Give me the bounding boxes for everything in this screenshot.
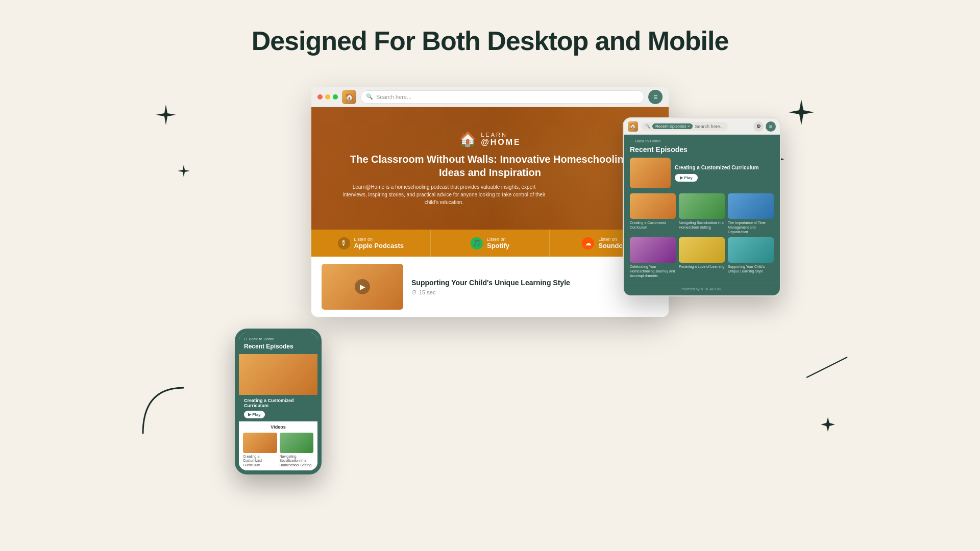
tablet-video-thumb-4 <box>679 237 725 263</box>
hero-logo-icon: 🏠 <box>459 131 477 147</box>
clock-icon: ⏱ <box>411 289 417 295</box>
tablet-settings-button[interactable]: ⚙ <box>753 121 764 132</box>
spotify-text: Listen on Spotify <box>487 237 509 249</box>
phone-video-label-1: Creating a Customized Curriculum <box>243 455 277 467</box>
deco-curve-left <box>133 383 194 444</box>
tablet-featured-image <box>630 158 671 188</box>
browser-menu-button[interactable]: ≡ <box>648 90 663 104</box>
browser-bar: 🏠 🔍 Search here... ≡ <box>311 87 669 107</box>
tablet-video-label-5: Supporting Your Child's Unique Learning … <box>728 264 774 273</box>
devices-container: 🏠 🔍 Search here... ≡ 🏠 LEARN <box>209 87 771 485</box>
tablet-video-thumb-5 <box>728 237 774 263</box>
phone-video-thumb-2 <box>280 433 314 453</box>
phone-video-grid: Creating a Customized Curriculum Navigat… <box>243 433 313 467</box>
page-title: Designed For Both Desktop and Mobile <box>252 26 729 56</box>
tablet-video-label-0: Creating a Customized Curriculum <box>630 220 676 230</box>
phone-video-label-2: Navigating Socialization in a Homeschool… <box>280 455 314 467</box>
tablet-video-grid: Creating a Customized Curriculum Navigat… <box>630 193 774 279</box>
page-wrapper: Designed For Both Desktop and Mobile <box>0 0 980 551</box>
phone-header: ⊙ Back to Home Recent Episodes <box>239 333 317 354</box>
tablet-video-label-2: The Importance of Time Management and Or… <box>728 220 774 234</box>
tablet-video-thumb-2 <box>728 193 774 219</box>
search-placeholder: Search here... <box>376 94 411 100</box>
phone-play-button[interactable]: ▶ Play <box>244 411 265 418</box>
dot-yellow <box>325 94 330 99</box>
tablet-video-label-3: Celebrating Your Homeschooling Journey a… <box>630 264 676 278</box>
tablet-video-label-1: Navigating Socialization in a Homeschool… <box>679 220 725 230</box>
tablet-video-thumb-3 <box>630 237 676 263</box>
sparkle-icon-5 <box>819 416 837 434</box>
tablet-icons: ⚙ ≡ <box>753 121 776 132</box>
video-title: Supporting Your Child's Unique Learning … <box>411 278 658 287</box>
phone-episode-title: Creating a Customized Curriculum <box>244 398 312 408</box>
tablet-mockup: 🏠 🔍 Recent Episodes × Search here... ⚙ ≡… <box>623 117 781 296</box>
tablet-video-item-3[interactable]: Celebrating Your Homeschooling Journey a… <box>630 237 676 278</box>
sparkle-icon-2 <box>176 163 191 179</box>
dot-green <box>333 94 338 99</box>
spotify-icon: 🎵 <box>471 237 483 249</box>
tablet-search-placeholder: Search here... <box>695 124 724 129</box>
dot-red <box>317 94 323 99</box>
video-info: Supporting Your Child's Unique Learning … <box>411 278 658 295</box>
desktop-video-section: ▶ Supporting Your Child's Unique Learnin… <box>311 257 669 317</box>
spotify-button[interactable]: 🎵 Listen on Spotify <box>431 230 550 257</box>
phone-featured-image <box>239 354 317 395</box>
platform-buttons: 🎙 Listen on Apple Podcasts 🎵 Listen on S… <box>311 230 669 257</box>
phone-episode-info: Creating a Customized Curriculum ▶ Play <box>239 395 317 421</box>
apple-podcasts-icon: 🎙 <box>338 237 350 249</box>
soundcloud-icon: ☁ <box>582 237 594 249</box>
phone-back-icon: ⊙ <box>244 337 249 341</box>
tablet-video-thumb-1 <box>679 193 725 219</box>
apple-podcasts-text: Listen on Apple Podcasts <box>354 237 404 249</box>
sparkle-icon-1 <box>153 102 179 128</box>
tablet-search-pill[interactable]: 🔍 Recent Episodes × Search here... <box>641 122 728 131</box>
apple-podcasts-button[interactable]: 🎙 Listen on Apple Podcasts <box>311 230 431 257</box>
tablet-search-tag: Recent Episodes × <box>652 123 693 129</box>
search-icon: 🔍 <box>645 124 650 129</box>
phone-back-label: ⊙ Back to Home <box>244 337 312 341</box>
phone-screen: ⊙ Back to Home Recent Episodes Creating … <box>239 333 317 470</box>
desktop-mockup: 🏠 🔍 Search here... ≡ 🏠 LEARN <box>311 87 669 317</box>
phone-video-item-1[interactable]: Creating a Customized Curriculum <box>243 433 277 467</box>
tablet-featured-title: Creating a Customized Curriculum <box>675 164 774 171</box>
tablet-content: ← Back to Home Recent Episodes Creating … <box>624 135 780 283</box>
tablet-featured: Creating a Customized Curriculum ▶ Play <box>630 158 774 188</box>
browser-logo: 🏠 <box>342 90 356 104</box>
hero-content: 🏠 LEARN @HOME The Classroom Without Wall… <box>311 131 669 206</box>
tablet-video-item-1[interactable]: Navigating Socialization in a Homeschool… <box>679 193 725 234</box>
video-duration: ⏱ 15 sec <box>411 289 658 295</box>
tablet-video-item-2[interactable]: The Importance of Time Management and Or… <box>728 193 774 234</box>
phone-section-title: Recent Episodes <box>244 343 312 350</box>
sparkle-icon-3 <box>786 97 817 128</box>
tablet-video-item-5[interactable]: Supporting Your Child's Unique Learning … <box>728 237 774 278</box>
hero-logo: 🏠 LEARN @HOME <box>342 131 638 147</box>
powered-by: Powered by ⊕ HEARTIME <box>624 283 780 295</box>
tablet-video-item-0[interactable]: Creating a Customized Curriculum <box>630 193 676 234</box>
hero-title: The Classroom Without Walls: Innovative … <box>342 153 638 179</box>
tablet-logo: 🏠 <box>628 121 638 132</box>
phone-videos-title: Videos <box>243 424 313 430</box>
tablet-video-item-4[interactable]: Fostering a Love of Learning <box>679 237 725 278</box>
browser-search[interactable]: 🔍 Search here... <box>360 90 644 104</box>
deco-line-right <box>801 352 852 383</box>
tablet-featured-info: Creating a Customized Curriculum ▶ Play <box>675 164 774 182</box>
tablet-browser-bar: 🏠 🔍 Recent Episodes × Search here... ⚙ ≡ <box>624 118 780 135</box>
browser-dots <box>317 94 338 99</box>
desktop-hero: 🏠 LEARN @HOME The Classroom Without Wall… <box>311 107 669 230</box>
search-icon: 🔍 <box>366 93 373 100</box>
tablet-menu-button[interactable]: ≡ <box>766 121 776 132</box>
phone-video-thumb-1 <box>243 433 277 453</box>
phone-mockup: ⊙ Back to Home Recent Episodes Creating … <box>235 329 322 474</box>
tablet-back-label: ← Back to Home <box>630 139 774 143</box>
phone-videos-section: Videos Creating a Customized Curriculum … <box>239 421 317 470</box>
tablet-play-button[interactable]: ▶ Play <box>675 174 698 182</box>
phone-video-item-2[interactable]: Navigating Socialization in a Homeschool… <box>280 433 314 467</box>
tablet-video-thumb-0 <box>630 193 676 219</box>
featured-video-thumbnail: ▶ <box>322 264 403 310</box>
tablet-video-label-4: Fostering a Love of Learning <box>679 264 725 269</box>
hero-subtitle: Learn@Home is a homeschooling podcast th… <box>342 183 546 206</box>
tablet-section-title: Recent Episodes <box>630 145 774 154</box>
